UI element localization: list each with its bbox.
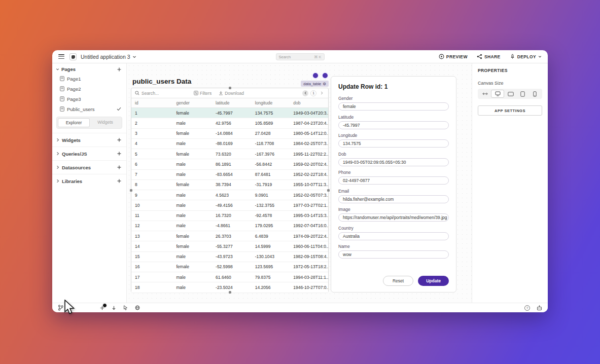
arrow-down-icon[interactable] (112, 306, 116, 310)
git-branch-icon[interactable] (58, 305, 63, 311)
table-row[interactable]: 14 female -55.3277 14.5999 1960-06-11T04… (131, 241, 328, 251)
pointer-mode-icon[interactable] (123, 305, 128, 310)
column-header[interactable]: gender (172, 100, 212, 105)
table-row[interactable]: 17 male 61.6460 79.8375 1994-03-28T11:1.… (131, 272, 328, 282)
table-row[interactable]: 4 male -88.0169 -118.7708 1984-02-25T07:… (131, 139, 328, 149)
table-row[interactable]: 15 male -43.9723 -130.1043 1982-09-15T08… (131, 252, 328, 262)
tablet-icon[interactable] (517, 90, 529, 98)
field-input[interactable]: 1949-03-05T02:09:05.055+05:30 (338, 158, 449, 166)
field-input[interactable]: -45.7997 (338, 121, 449, 129)
preview-button[interactable]: PREVIEW (439, 54, 468, 59)
pagination-next-icon[interactable] (319, 90, 325, 96)
column-header[interactable]: longitude (252, 100, 290, 105)
resize-handle-top[interactable] (229, 87, 231, 89)
field-input[interactable]: wow (338, 250, 449, 259)
table-row[interactable]: 7 male -83.6654 87.6481 1952-02-22T18:4.… (131, 170, 328, 180)
tablet-landscape-icon[interactable] (504, 90, 516, 98)
tab-explorer[interactable]: Explorer (58, 118, 90, 127)
form-field: Latitude -45.7997 (338, 115, 449, 129)
update-button[interactable]: Update (418, 276, 449, 286)
form-field: Dob 1949-03-05T02:09:05.055+05:30 (338, 152, 449, 166)
table-search-input[interactable]: Search... (135, 91, 188, 96)
deploy-button[interactable]: DEPLOY (510, 54, 542, 59)
field-input[interactable]: Australia (338, 232, 449, 240)
column-header[interactable]: latitude (212, 100, 252, 105)
page-icon (60, 106, 64, 112)
table-row[interactable]: 9 male 4.5623 9.0901 1952-02-05T07:3... (131, 190, 328, 200)
explorer-section-item[interactable]: Queries/JS (52, 147, 126, 160)
pagination-prev-icon[interactable] (302, 90, 308, 96)
add-section-item-icon[interactable] (117, 165, 121, 169)
widget-action-icon[interactable] (313, 73, 318, 78)
column-header[interactable]: dob (290, 100, 328, 105)
field-input[interactable]: https://randomuser.me/api/portraits/med/… (338, 213, 449, 222)
table-row[interactable]: 5 female 73.6320 -167.3976 1995-11-22T02… (131, 149, 328, 159)
widget-name-badge[interactable]: data_table ⚙ (301, 81, 329, 87)
app-title[interactable]: Untitled application 3 (81, 54, 130, 60)
pages-header[interactable]: Pages (52, 63, 126, 74)
app-logo-icon[interactable] (69, 53, 77, 60)
widget-action-icon[interactable] (323, 73, 328, 78)
field-input[interactable]: 134.7575 (338, 139, 449, 148)
table-row[interactable]: 1 female -45.7997 134.7575 1949-03-04T20… (131, 108, 328, 118)
bot-icon[interactable] (537, 305, 542, 311)
table-row[interactable]: 11 male 16.7320 -92.4578 1995-03-14T15:3… (131, 211, 328, 221)
explorer-section-item[interactable]: Datasources (52, 160, 126, 174)
resize-handle-bottom[interactable] (229, 291, 231, 294)
app-settings-button[interactable]: APP SETTINGS (478, 105, 542, 116)
sidebar-page-item[interactable]: Page1 (52, 74, 126, 84)
deploy-rocket-icon (510, 54, 515, 59)
add-section-item-icon[interactable] (117, 179, 121, 183)
mouse-cursor (64, 300, 76, 315)
table-row[interactable]: 10 male -49.4156 -132.3755 1977-03-27T02… (131, 200, 328, 210)
form-field: Name wow (338, 244, 449, 259)
explorer-section-item[interactable]: Libraries (52, 174, 126, 188)
chevron-down-icon[interactable] (132, 55, 136, 59)
column-header[interactable]: id (131, 100, 172, 105)
field-label: Image (338, 207, 449, 212)
table-row[interactable]: 6 male 86.1891 -56.8442 1959-02-20T02:4.… (131, 159, 328, 169)
field-input[interactable]: female (338, 102, 449, 111)
sidebar-page-item[interactable]: Public_users (52, 104, 126, 114)
resize-handle-left[interactable] (130, 189, 132, 192)
mobile-icon[interactable] (529, 90, 541, 98)
table-row[interactable]: 8 female 38.7394 -31.7919 1955-10-07T11:… (131, 180, 328, 190)
reset-button[interactable]: Reset (383, 276, 413, 286)
desktop-icon[interactable] (491, 90, 504, 98)
tab-widgets[interactable]: Widgets (90, 118, 121, 127)
filters-icon (194, 91, 198, 95)
share-button[interactable]: SHARE (477, 54, 501, 59)
explorer-section-item[interactable]: Widgets (52, 133, 126, 147)
sidebar-page-item[interactable]: Page3 (52, 94, 126, 104)
hamburger-menu-icon[interactable] (58, 54, 64, 59)
table-widget[interactable]: data_table ⚙ public_users Data Search... (131, 78, 329, 293)
pagination-page-number[interactable]: 1 (310, 90, 316, 96)
table-download-button[interactable]: Download (219, 91, 244, 96)
resize-handle-right[interactable] (327, 189, 330, 192)
globe-icon[interactable] (135, 305, 140, 310)
add-widget-button[interactable] (100, 306, 104, 310)
form-field: Country Australia (338, 226, 449, 240)
app-canvas[interactable]: data_table ⚙ public_users Data Search... (127, 63, 472, 303)
table-row[interactable]: 2 male 42.9756 105.8589 1987-04-23T20:4.… (131, 118, 328, 128)
chevron-right-icon (56, 138, 59, 142)
add-page-icon[interactable] (117, 67, 121, 71)
fluid-width-icon[interactable] (479, 90, 491, 98)
sidebar-page-item[interactable]: Page2 (52, 84, 126, 94)
pages-collapse-chevron-icon[interactable] (56, 67, 59, 71)
app-editor-window: Untitled application 3 Search ⌘ K PREVIE… (52, 50, 548, 312)
table-filters-button[interactable]: Filters (194, 91, 211, 96)
form-fields: Gender female Latitude -45.7997 Longitud… (338, 96, 449, 263)
widget-settings-gear-icon[interactable]: ⚙ (323, 82, 326, 86)
help-icon[interactable]: ? (524, 305, 530, 311)
add-section-item-icon[interactable] (117, 152, 121, 156)
table-row[interactable]: 13 female 26.3703 6.4839 1974-09-20T22:4… (131, 231, 328, 241)
add-section-item-icon[interactable] (117, 138, 121, 142)
table-row[interactable]: 16 female -52.5998 123.5695 1972-05-13T1… (131, 262, 328, 272)
search-shortcut: ⌘ K (314, 55, 322, 59)
table-row[interactable]: 3 female -14.0884 27.0428 1980-05-14T12:… (131, 129, 328, 139)
field-input[interactable]: hilda.fisher@example.com (338, 195, 449, 203)
field-input[interactable]: 02-4497-0877 (338, 176, 449, 185)
table-row[interactable]: 12 male -4.8661 179.0295 1992-07-04T16:0… (131, 221, 328, 231)
search-input[interactable]: Search ⌘ K (276, 53, 325, 60)
